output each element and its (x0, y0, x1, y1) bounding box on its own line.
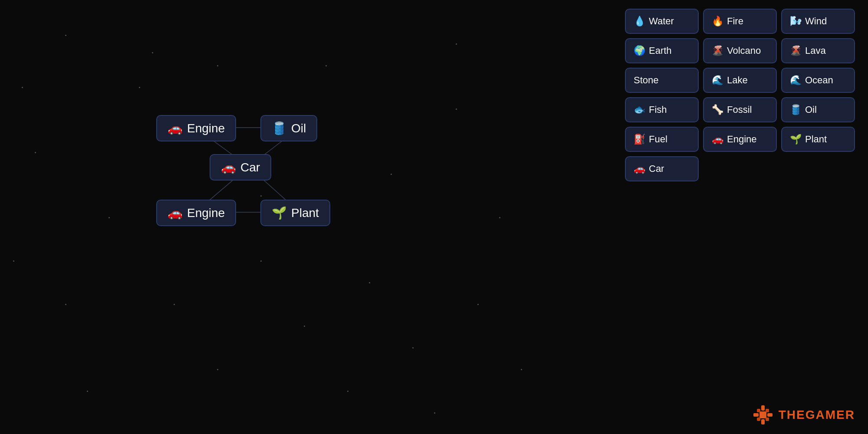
sidebar-panel: 💧Water🔥Fire🌬️Wind🌍Earth🌋Volcano🌋LavaSton… (625, 9, 855, 181)
star-dot (412, 347, 414, 349)
sidebar-label-oil: Oil (805, 104, 817, 115)
star-dot (152, 52, 153, 53)
sidebar-emoji-fuel: ⛽ (634, 134, 645, 145)
svg-rect-9 (753, 413, 759, 417)
thegamer-logo-icon (753, 404, 773, 425)
node-label-engine-top: Engine (187, 122, 225, 135)
star-dot (369, 282, 370, 283)
sidebar-item-fish[interactable]: 🐟Fish (625, 97, 699, 122)
node-emoji-engine-top: 🚗 (168, 121, 183, 135)
sidebar-label-lava: Lava (805, 45, 826, 56)
node-label-car: Car (240, 161, 260, 174)
brand-text: THEGAMER (779, 408, 855, 422)
sidebar-emoji-car: 🚗 (634, 163, 645, 174)
sidebar-item-wind[interactable]: 🌬️Wind (781, 9, 855, 34)
star-dot (260, 260, 262, 262)
star-dot (174, 304, 175, 305)
star-dot (477, 304, 479, 305)
sidebar-item-earth[interactable]: 🌍Earth (625, 38, 699, 63)
node-car[interactable]: 🚗Car (210, 154, 271, 181)
sidebar-item-fuel[interactable]: ⛽Fuel (625, 127, 699, 152)
svg-rect-15 (766, 418, 769, 421)
star-dot (391, 174, 392, 175)
sidebar-item-car[interactable]: 🚗Car (625, 156, 699, 181)
star-dot (87, 391, 88, 392)
sidebar-item-water[interactable]: 💧Water (625, 9, 699, 34)
star-dot (326, 65, 327, 66)
star-dot (217, 369, 218, 370)
sidebar-label-water: Water (649, 16, 674, 27)
node-emoji-car: 🚗 (221, 160, 236, 174)
star-dot (13, 260, 14, 262)
svg-rect-8 (761, 419, 765, 424)
sidebar-emoji-engine: 🚗 (712, 134, 723, 145)
star-dot (260, 195, 262, 197)
sidebar-label-engine: Engine (727, 134, 757, 145)
node-label-oil: Oil (291, 122, 306, 135)
star-dot (108, 217, 110, 218)
star-dot (35, 152, 36, 153)
node-oil[interactable]: 🛢️Oil (260, 115, 317, 141)
star-dot (65, 304, 66, 305)
sidebar-item-fossil[interactable]: 🦴Fossil (703, 97, 777, 122)
star-dot (347, 391, 349, 392)
sidebar-emoji-fossil: 🦴 (712, 104, 723, 115)
sidebar-item-lava[interactable]: 🌋Lava (781, 38, 855, 63)
node-emoji-oil: 🛢️ (272, 121, 287, 135)
sidebar-label-stone: Stone (634, 75, 659, 86)
sidebar-label-wind: Wind (805, 16, 827, 27)
sidebar-item-plant[interactable]: 🌱Plant (781, 127, 855, 152)
branding: THEGAMER (753, 404, 855, 425)
star-dot (456, 108, 457, 110)
svg-rect-14 (757, 418, 760, 421)
sidebar-label-lake: Lake (727, 75, 748, 86)
node-emoji-engine-bot: 🚗 (168, 206, 183, 220)
sidebar-item-engine[interactable]: 🚗Engine (703, 127, 777, 152)
node-plant[interactable]: 🌱Plant (260, 200, 330, 226)
sidebar-emoji-lake: 🌊 (712, 75, 723, 86)
sidebar-label-car: Car (649, 163, 664, 174)
svg-rect-13 (766, 409, 769, 412)
sidebar-label-volcano: Volcano (727, 45, 761, 56)
star-dot (65, 35, 66, 36)
sidebar-item-volcano[interactable]: 🌋Volcano (703, 38, 777, 63)
node-engine-bot[interactable]: 🚗Engine (156, 200, 236, 226)
sidebar-item-fire[interactable]: 🔥Fire (703, 9, 777, 34)
sidebar-label-fish: Fish (649, 104, 667, 115)
star-dot (521, 369, 522, 370)
node-emoji-plant: 🌱 (272, 206, 287, 220)
sidebar-item-lake[interactable]: 🌊Lake (703, 68, 777, 93)
sidebar-emoji-water: 💧 (634, 16, 645, 27)
sidebar-emoji-fire: 🔥 (712, 16, 723, 27)
svg-rect-12 (757, 409, 760, 412)
sidebar-label-earth: Earth (649, 45, 672, 56)
sidebar-emoji-oil: 🛢️ (790, 104, 802, 115)
sidebar-label-fuel: Fuel (649, 134, 667, 145)
sidebar-item-oil[interactable]: 🛢️Oil (781, 97, 855, 122)
star-dot (217, 65, 218, 66)
star-dot (304, 326, 305, 327)
sidebar-label-fossil: Fossil (727, 104, 752, 115)
sidebar-item-stone[interactable]: Stone (625, 68, 699, 93)
sidebar-emoji-plant: 🌱 (790, 134, 802, 145)
node-engine-top[interactable]: 🚗Engine (156, 115, 236, 141)
sidebar-emoji-wind: 🌬️ (790, 16, 802, 27)
sidebar-label-plant: Plant (805, 134, 827, 145)
sidebar-label-fire: Fire (727, 16, 743, 27)
node-label-engine-bot: Engine (187, 206, 225, 220)
star-dot (456, 43, 457, 45)
sidebar-emoji-ocean: 🌊 (790, 75, 802, 86)
sidebar-emoji-fish: 🐟 (634, 104, 645, 115)
star-dot (499, 217, 500, 218)
sidebar-emoji-lava: 🌋 (790, 45, 802, 56)
node-label-plant: Plant (291, 206, 319, 220)
star-dot (139, 87, 140, 88)
svg-rect-10 (767, 413, 773, 417)
svg-rect-11 (760, 411, 766, 418)
star-dot (434, 412, 435, 414)
sidebar-label-ocean: Ocean (805, 75, 833, 86)
sidebar-emoji-volcano: 🌋 (712, 45, 723, 56)
sidebar-item-ocean[interactable]: 🌊Ocean (781, 68, 855, 93)
svg-rect-7 (761, 405, 765, 411)
sidebar-emoji-earth: 🌍 (634, 45, 645, 56)
